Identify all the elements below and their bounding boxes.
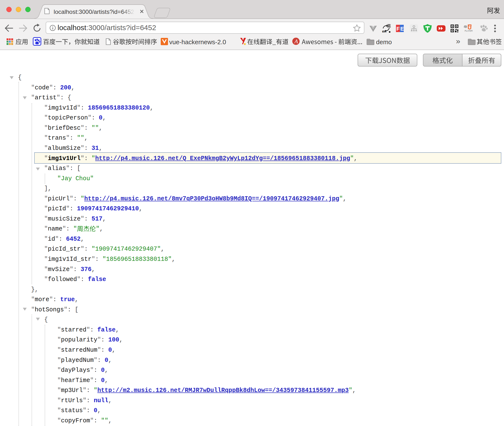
svg-text:PLAYER: PLAYER bbox=[465, 30, 473, 32]
svg-text:F: F bbox=[396, 26, 400, 32]
svg-text:E: E bbox=[400, 26, 404, 32]
svg-text:en: en bbox=[382, 29, 386, 33]
